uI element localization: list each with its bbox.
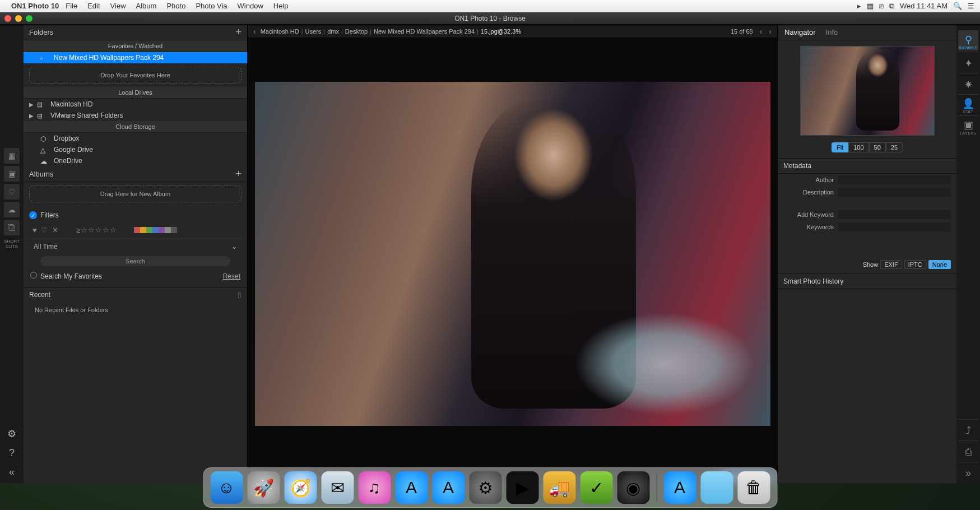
filters-toggle-icon[interactable]: ✓	[29, 211, 37, 219]
metadata-author-input[interactable]	[838, 175, 951, 184]
show-exif-button[interactable]: EXIF	[880, 260, 902, 269]
cloud-item-dropbox[interactable]: ⬡Dropbox	[24, 133, 247, 144]
cloud-item-gdrive[interactable]: △Google Drive	[24, 144, 247, 155]
dock-terminal-icon[interactable]: ▶	[506, 471, 538, 504]
menu-photovia[interactable]: Photo Via	[196, 2, 227, 10]
window-close-button[interactable]	[4, 15, 11, 22]
tab-navigator[interactable]: Navigator	[784, 28, 816, 36]
add-album-button[interactable]: +	[235, 168, 241, 180]
show-none-button[interactable]: None	[928, 260, 951, 269]
settings-gear-icon[interactable]: ⚙	[4, 426, 20, 442]
disclosure-triangle-icon[interactable]: ▶	[29, 113, 35, 119]
menu-window[interactable]: Window	[238, 2, 263, 10]
search-input[interactable]: Search	[40, 256, 230, 266]
path-segment[interactable]: New Mixed HD Wallpapers Pack 294	[374, 28, 475, 35]
menubar-clock[interactable]: Wed 11:41 AM	[900, 2, 948, 10]
dock-things-icon[interactable]: ✓	[580, 471, 612, 504]
dock-launchpad-icon[interactable]: 🚀	[247, 471, 280, 504]
tool-cloud-icon[interactable]: ☁	[4, 202, 20, 217]
tool-copy-icon[interactable]: ⿻	[4, 220, 20, 235]
status-displays-icon[interactable]: ⧉	[889, 2, 894, 11]
color-label-filter[interactable]	[134, 227, 177, 233]
path-segment[interactable]: Macintosh HD	[261, 28, 299, 35]
drive-icon: ⊟	[37, 112, 46, 119]
zoom-25-button[interactable]: 25	[886, 142, 903, 152]
metadata-keywords-input[interactable]	[838, 222, 951, 231]
dock-mail-icon[interactable]: ✉	[321, 471, 354, 504]
drive-item[interactable]: ▶ ⊟ Macintosh HD	[24, 99, 247, 110]
navigator-thumbnail[interactable]	[800, 46, 935, 136]
prev-image-button[interactable]: ‹	[758, 27, 765, 36]
dock-itunes-icon[interactable]: ♫	[358, 471, 391, 504]
photo-preview	[255, 82, 770, 426]
status-icon[interactable]: ⎚	[879, 2, 884, 10]
favorites-drop-zone[interactable]: Drop Your Favorites Here	[29, 67, 241, 84]
module-edit-button[interactable]: 👤EDIT	[958, 94, 978, 114]
like-filter[interactable]: ♥ ♡ ✕	[32, 226, 59, 234]
menu-photo[interactable]: Photo	[166, 2, 185, 10]
favorite-folder-item[interactable]: ▫ New Mixed HD Wallpapers Pack 294	[24, 52, 247, 63]
zoom-50-button[interactable]: 50	[869, 142, 886, 152]
reset-filters-link[interactable]: Reset	[223, 272, 240, 280]
dock-appstore2-icon[interactable]: A	[432, 471, 465, 504]
filters-header[interactable]: ✓ Filters	[29, 209, 241, 221]
app-name[interactable]: ON1 Photo 10	[11, 2, 59, 10]
show-iptc-button[interactable]: IPTC	[904, 260, 926, 269]
help-icon[interactable]: ?	[4, 445, 20, 461]
add-folder-button[interactable]: +	[235, 26, 241, 38]
dock-settings-icon[interactable]: ⚙	[469, 471, 501, 504]
window-maximize-button[interactable]	[26, 15, 32, 22]
notification-center-icon[interactable]: ☰	[968, 2, 974, 10]
image-viewport[interactable]	[248, 38, 777, 470]
dock-appstore-icon[interactable]: A	[395, 471, 428, 504]
module-browse-button[interactable]: ⚲BROWSE	[958, 30, 978, 50]
share-icon[interactable]: ⎙	[958, 441, 978, 461]
spotlight-icon[interactable]: 🔍	[953, 2, 962, 10]
path-segment[interactable]: Users	[305, 28, 322, 35]
search-favorites-toggle[interactable]: Search My Favorites	[30, 272, 102, 280]
module-effects-button[interactable]: ✦	[958, 52, 978, 72]
rating-filter[interactable]: ≥☆☆☆☆☆	[76, 226, 117, 234]
menu-help[interactable]: Help	[273, 2, 289, 10]
dock-safari-icon[interactable]: 🧭	[284, 471, 317, 504]
dock-finder-icon[interactable]: ☺	[210, 471, 243, 504]
tab-info[interactable]: Info	[826, 28, 838, 36]
nav-back-button[interactable]: ‹	[251, 27, 258, 36]
dock-appstore3-icon[interactable]: A	[663, 471, 696, 504]
path-segment[interactable]: dmx	[327, 28, 339, 35]
zoom-level-selector: Fit 100 50 25	[778, 142, 956, 152]
metadata-addkeyword-input[interactable]	[838, 210, 951, 219]
tool-camera-icon[interactable]: ▣	[4, 166, 20, 182]
status-icon[interactable]: ▸	[857, 2, 861, 10]
drive-item[interactable]: ▶ ⊟ VMware Shared Folders	[24, 110, 247, 121]
module-enhance-button[interactable]: ✷	[958, 73, 978, 93]
tool-grid-icon[interactable]: ▦	[4, 148, 20, 164]
metadata-description-input[interactable]	[838, 188, 951, 197]
dock-on1-icon[interactable]: ◉	[617, 471, 649, 504]
export-icon[interactable]: ⤴	[958, 419, 978, 439]
next-image-button[interactable]: ›	[767, 27, 774, 36]
dock-trash-icon[interactable]: 🗑	[737, 471, 770, 504]
menu-edit[interactable]: Edit	[87, 2, 100, 10]
cloud-item-onedrive[interactable]: ☁OneDrive	[24, 155, 247, 166]
collapse-right-icon[interactable]: »	[958, 462, 978, 482]
disclosure-triangle-icon[interactable]: ▶	[29, 101, 35, 108]
collapse-left-icon[interactable]: «	[4, 464, 20, 480]
tool-heart-icon[interactable]: ♡	[4, 184, 20, 200]
albums-drop-zone[interactable]: Drag Here for New Album	[29, 186, 241, 202]
zoom-100-button[interactable]: 100	[848, 142, 868, 152]
menu-file[interactable]: File	[66, 2, 77, 10]
window-minimize-button[interactable]	[15, 15, 22, 22]
path-segment[interactable]: Desktop	[345, 28, 368, 35]
local-drives-header: Local Drives	[24, 87, 247, 99]
zoom-fit-button[interactable]: Fit	[832, 142, 848, 152]
menu-view[interactable]: View	[110, 2, 126, 10]
time-filter-dropdown[interactable]: All Time ⌄	[29, 239, 241, 254]
time-filter-value: All Time	[34, 243, 58, 251]
status-icon[interactable]: ▦	[867, 2, 874, 10]
module-layers-button[interactable]: ▣LAYERS	[958, 115, 978, 136]
menu-album[interactable]: Album	[136, 2, 157, 10]
dock-folder-icon[interactable]	[700, 471, 733, 504]
trash-icon[interactable]: ▯	[238, 291, 241, 299]
dock-transmit-icon[interactable]: 🚚	[543, 471, 575, 504]
